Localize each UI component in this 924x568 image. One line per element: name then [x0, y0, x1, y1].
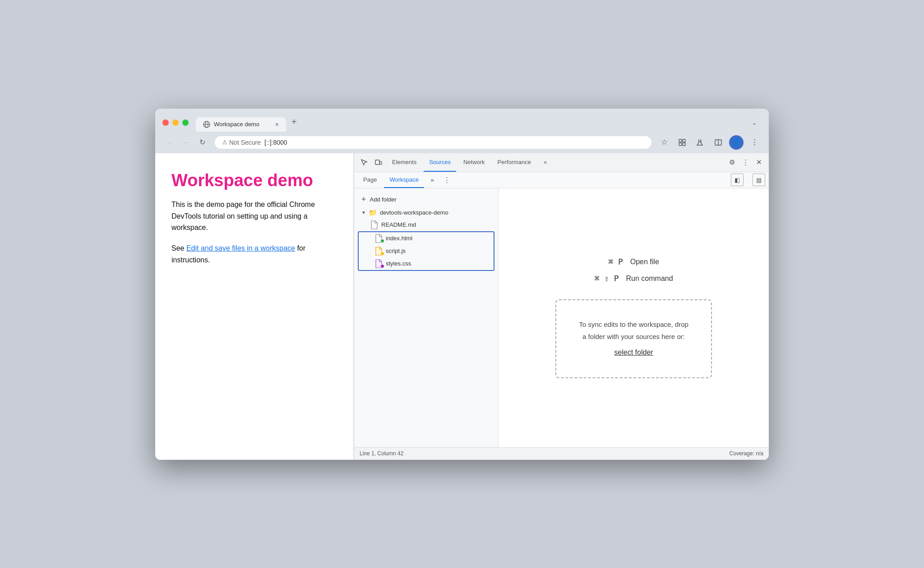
toolbar-actions: ☆ 👤 [657, 135, 762, 150]
toolbar: ← → ↻ ⚠ Not Secure [::]:8000 ☆ [155, 132, 769, 153]
new-tab-button[interactable]: + [286, 114, 302, 130]
folder-container: ▼ 📁 devtools-workspace-demo [361, 209, 448, 217]
lab-icon[interactable] [693, 135, 707, 150]
address-bar[interactable]: ⚠ Not Secure [::]:8000 [215, 136, 651, 149]
not-secure-label: Not Secure [229, 139, 261, 146]
close-sidebar-icon[interactable]: ▧ [753, 174, 765, 186]
add-folder-label: Add folder [370, 196, 397, 203]
workspace-link[interactable]: Edit and save files in a workspace [186, 244, 295, 252]
tab-performance[interactable]: Performance [492, 153, 536, 172]
svg-rect-3 [679, 139, 682, 142]
forward-arrow-icon: → [182, 138, 189, 147]
page-title: Workspace demo [171, 171, 337, 190]
main-area: Workspace demo This is the demo page for… [155, 153, 769, 460]
back-arrow-icon: ← [166, 138, 173, 147]
device-toggle-icon[interactable] [372, 156, 385, 169]
file-item-indexhtml[interactable]: index.html [359, 232, 494, 245]
close-button[interactable] [162, 119, 169, 126]
status-position: Line 1, Column 42 [360, 450, 403, 457]
tab-performance-label: Performance [498, 159, 531, 165]
svg-rect-10 [375, 160, 379, 165]
file-name-readme: README.md [381, 221, 416, 228]
file-item-readme[interactable]: README.md [354, 219, 498, 231]
back-button[interactable]: ← [162, 135, 177, 150]
file-name-stylescss: styles.css [386, 260, 411, 267]
tab-network[interactable]: Network [458, 153, 490, 172]
folder-row[interactable]: ▼ 📁 devtools-workspace-demo [354, 207, 498, 219]
svg-rect-11 [380, 161, 382, 165]
shortcut2-key: ⌘ ⇧ P [594, 274, 619, 283]
tab-more[interactable]: » [538, 153, 552, 172]
page-link-container: See Edit and save files in a workspace f… [171, 243, 337, 266]
status-coverage: Coverage: n/a [730, 450, 763, 457]
settings-icon[interactable]: ⚙ [725, 156, 738, 169]
add-folder-button[interactable]: + Add folder [354, 192, 498, 207]
devtools-panel: Elements Sources Network Performance » ⚙… [354, 153, 769, 460]
editor-area: ⌘ P Open file ⌘ ⇧ P Run command To sync … [499, 188, 769, 447]
file-tree: + Add folder ▼ 📁 devtools-workspace-demo [354, 188, 499, 447]
more-menu-icon[interactable]: ⋮ [747, 135, 762, 150]
extensions-icon[interactable] [675, 135, 689, 150]
not-secure-indicator: ⚠ Not Secure [222, 139, 261, 146]
subtab-more-icon[interactable]: » [426, 174, 439, 186]
address-text: [::]:8000 [264, 139, 287, 146]
shortcut2-label: Run command [626, 275, 673, 283]
tab-network-label: Network [463, 159, 485, 165]
split-view-icon[interactable] [711, 135, 725, 150]
file-item-stylescss[interactable]: styles.css [359, 257, 494, 270]
devtools-statusbar: Line 1, Column 42 Coverage: n/a [354, 447, 769, 460]
svg-rect-6 [683, 143, 685, 146]
shortcut1-label: Open file [630, 258, 659, 266]
purple-dot [380, 264, 384, 268]
subtab-page[interactable]: Page [358, 172, 382, 188]
drop-zone-line1: To sync edits to the workspace, drop [579, 318, 688, 330]
bookmark-icon[interactable]: ☆ [657, 135, 671, 150]
warning-icon: ⚠ [222, 139, 227, 146]
close-devtools-icon[interactable]: ✕ [753, 156, 765, 169]
tab-sources[interactable]: Sources [424, 153, 456, 172]
tab-title: Workspace demo [214, 121, 259, 128]
folder-name: devtools-workspace-demo [380, 209, 448, 216]
svg-rect-5 [679, 143, 682, 146]
add-icon: + [361, 195, 366, 204]
file-icon-css [375, 259, 383, 268]
shortcut1-key: ⌘ P [608, 257, 623, 266]
folder-arrow-icon: ▼ [361, 210, 366, 215]
sidebar-toggle-icon[interactable]: ◧ [731, 174, 744, 186]
file-icon-html [375, 234, 383, 243]
subtab-workspace[interactable]: Workspace [384, 172, 424, 188]
browser-tab[interactable]: Workspace demo × [196, 117, 286, 132]
title-bar: Workspace demo × + ⌄ [155, 109, 769, 132]
tab-expand-icon[interactable]: ⌄ [747, 116, 762, 129]
svg-rect-4 [683, 139, 685, 142]
subtab-page-label: Page [363, 176, 377, 183]
reload-icon: ↻ [199, 138, 205, 147]
see-label: See [171, 244, 186, 252]
forward-button[interactable]: → [179, 135, 193, 150]
tab-elements-label: Elements [392, 159, 416, 165]
tab-elements[interactable]: Elements [387, 153, 422, 172]
reload-button[interactable]: ↻ [195, 135, 209, 150]
subtab-workspace-label: Workspace [389, 176, 419, 183]
tabs-bar: Workspace demo × + [196, 114, 744, 132]
highlighted-files-group: index.html script.js [358, 231, 494, 271]
drop-zone[interactable]: To sync edits to the workspace, drop a f… [555, 299, 712, 378]
file-item-scriptjs[interactable]: script.js [359, 245, 494, 257]
subtab-menu-icon[interactable]: ⋮ [440, 174, 453, 186]
maximize-button[interactable] [182, 119, 189, 126]
browser-window: Workspace demo × + ⌄ ← → ↻ ⚠ Not Secure … [155, 109, 769, 460]
devtools-more-icon[interactable]: ⋮ [739, 156, 752, 169]
file-name-scriptjs: script.js [386, 247, 406, 254]
traffic-lights [162, 119, 189, 126]
globe-icon [203, 121, 210, 128]
inspect-icon[interactable] [358, 156, 370, 169]
shortcut-open-file: ⌘ P Open file [608, 257, 659, 266]
orange-dot [380, 252, 384, 256]
select-folder-link[interactable]: select folder [614, 348, 653, 356]
file-name-indexhtml: index.html [386, 235, 412, 242]
minimize-button[interactable] [172, 119, 179, 126]
tab-close-icon[interactable]: × [275, 121, 279, 128]
folder-icon: 📁 [369, 209, 377, 217]
profile-icon[interactable]: 👤 [729, 135, 744, 150]
devtools-right-icons: ⚙ ⋮ ✕ [725, 156, 765, 169]
